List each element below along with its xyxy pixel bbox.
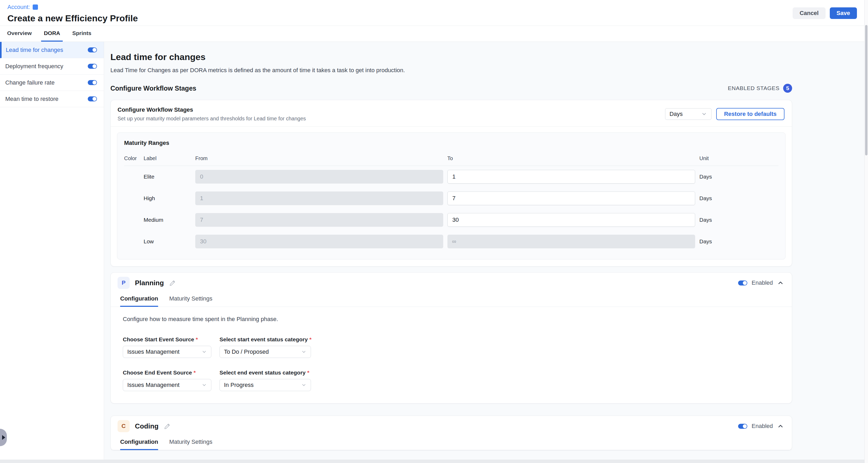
maturity-label: High [144, 195, 191, 201]
planning-avatar: P [118, 277, 130, 289]
scrollbar-thumb[interactable] [865, 25, 867, 155]
tab-dora[interactable]: DORA [41, 26, 63, 42]
pencil-icon [164, 423, 171, 430]
column-header-color: Color [124, 155, 140, 161]
save-button[interactable]: Save [830, 7, 857, 19]
chevron-down-icon [301, 383, 306, 388]
coding-enabled-toggle[interactable] [738, 424, 747, 429]
maturity-ranges-card: Maturity Ranges Color Label From To Unit… [117, 132, 785, 259]
sidebar-item-label: Change failure rate [5, 79, 55, 86]
header-actions: Cancel Save [793, 7, 857, 19]
chevron-down-icon [202, 383, 207, 388]
unit-select[interactable]: Days [665, 108, 711, 120]
medium-from-input [195, 213, 443, 227]
edit-stage-name-button[interactable] [169, 279, 176, 286]
low-from-input [195, 235, 443, 249]
planning-enabled-toggle[interactable] [738, 280, 747, 286]
arrow-right-icon [2, 435, 5, 440]
profile-tabbar: Overview DORA Sprints [0, 26, 868, 42]
select-value: Issues Management [127, 382, 180, 389]
maturity-label: Low [144, 238, 191, 245]
start-event-source-select[interactable]: Issues Management [123, 346, 211, 358]
sidebar-item-label: Deployment frequency [5, 63, 63, 70]
end-event-status-select[interactable]: In Progress [219, 379, 311, 391]
unit-value: Days [700, 217, 778, 223]
maturity-row-low: Low Days [124, 231, 778, 252]
planning-description: Configure how to measure time spent in t… [123, 316, 784, 323]
sidebar-item-lead-time-for-changes[interactable]: Lead time for changes [0, 42, 104, 58]
coding-avatar: C [118, 420, 130, 432]
sidebar-item-label: Mean time to restore [5, 96, 59, 102]
required-asterisk: * [309, 336, 311, 342]
metrics-sidebar: Lead time for changes Deployment frequen… [0, 42, 104, 463]
select-value: To Do / Proposed [224, 349, 269, 355]
vertical-scrollbar[interactable] [864, 0, 868, 463]
restore-defaults-button[interactable]: Restore to defaults [716, 108, 784, 120]
unit-value: Days [700, 195, 778, 201]
chevron-up-icon [777, 279, 784, 286]
select-value: Issues Management [127, 349, 180, 355]
cancel-button[interactable]: Cancel [793, 7, 825, 19]
planning-tab-configuration[interactable]: Configuration [120, 295, 158, 307]
field-label: Choose End Event Source [123, 369, 192, 375]
tab-overview[interactable]: Overview [4, 26, 34, 42]
account-avatar [33, 4, 38, 10]
required-asterisk: * [196, 336, 198, 342]
planning-tab-maturity-settings[interactable]: Maturity Settings [169, 295, 212, 307]
unit-value: Days [700, 173, 778, 180]
unit-value: Days [700, 238, 778, 245]
workflow-card-subtitle: Set up your maturity model parameters an… [118, 115, 306, 122]
high-to-input[interactable] [447, 192, 695, 205]
maturity-row-high: High Days [124, 188, 778, 209]
planning-stage-card: P Planning Enabled Configuration Maturit… [111, 272, 792, 403]
enabled-stages-count-badge: 5 [783, 84, 792, 93]
start-event-source-field: Choose Start Event Source* Issues Manage… [123, 336, 211, 358]
elite-to-input[interactable] [447, 170, 695, 184]
maturity-row-medium: Medium Days [124, 209, 778, 231]
account-breadcrumb-link[interactable]: Account: [7, 4, 38, 10]
start-event-status-field: Select start event status category* To D… [219, 336, 311, 358]
column-header-unit: Unit [700, 155, 778, 161]
sidebar-item-deployment-frequency[interactable]: Deployment frequency [0, 58, 104, 74]
lead-time-toggle[interactable] [88, 47, 97, 53]
configure-workflow-stages-heading: Configure Workflow Stages [111, 85, 196, 92]
main-panel: Lead time for changes Lead Time for Chan… [104, 42, 868, 463]
end-event-source-select[interactable]: Issues Management [123, 379, 211, 391]
high-from-input [195, 192, 443, 205]
maturity-table-header: Color Label From To Unit [124, 155, 778, 166]
sidebar-item-mean-time-to-restore[interactable]: Mean time to restore [0, 91, 104, 107]
chevron-down-icon [202, 349, 207, 355]
column-header-to: To [447, 155, 695, 161]
chevron-up-icon [777, 423, 784, 430]
workflow-stages-card: Configure Workflow Stages Set up your ma… [111, 100, 792, 267]
mean-time-to-restore-toggle[interactable] [88, 96, 97, 101]
collapse-stage-button[interactable] [777, 423, 784, 430]
stage-name: Planning [135, 279, 164, 287]
field-label: Select start event status category [219, 336, 308, 342]
change-failure-rate-toggle[interactable] [88, 80, 97, 85]
top-header: Account: Create a new Efficiency Profile… [0, 0, 868, 26]
coding-tab-configuration[interactable]: Configuration [120, 438, 158, 450]
start-event-status-select[interactable]: To Do / Proposed [219, 346, 311, 358]
enabled-stages-label: ENABLED STAGES [728, 85, 779, 91]
low-to-input [447, 235, 695, 249]
collapse-stage-button[interactable] [777, 279, 784, 286]
tab-sprints[interactable]: Sprints [69, 26, 94, 42]
sidebar-item-label: Lead time for changes [6, 46, 63, 54]
maturity-ranges-title: Maturity Ranges [124, 140, 778, 146]
sidebar-item-change-failure-rate[interactable]: Change failure rate [0, 74, 104, 91]
edit-stage-name-button[interactable] [164, 423, 171, 430]
column-header-from: From [195, 155, 443, 161]
enabled-label: Enabled [751, 279, 773, 286]
stage-name: Coding [135, 422, 159, 430]
maturity-label: Elite [144, 173, 191, 180]
unit-select-value: Days [670, 110, 683, 118]
medium-to-input[interactable] [447, 213, 695, 227]
chevron-down-icon [701, 111, 707, 117]
enabled-stages: ENABLED STAGES 5 [728, 84, 792, 93]
account-label: Account: [7, 4, 30, 10]
coding-tab-maturity-settings[interactable]: Maturity Settings [169, 438, 212, 450]
deployment-frequency-toggle[interactable] [88, 64, 97, 69]
select-value: In Progress [224, 382, 254, 389]
maturity-label: Medium [144, 217, 191, 223]
